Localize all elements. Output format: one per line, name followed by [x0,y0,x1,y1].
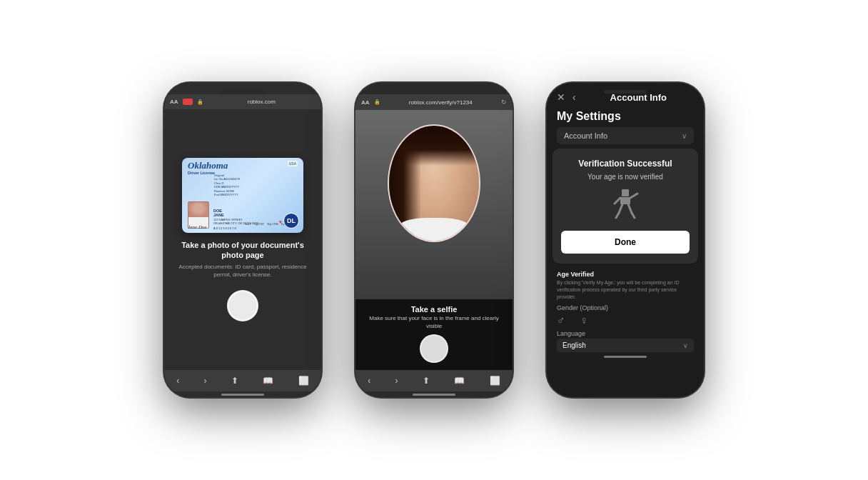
my-settings-heading: My Settings [547,107,704,127]
phone1-screen: AA 🔒 roblox.com Oklahoma Driver License … [164,83,321,397]
bottom-nav-2: ‹ › ⬆ 📖 ⬜ [355,370,513,391]
browser-bar-1: AA 🔒 roblox.com [164,94,321,109]
nav-back-1[interactable]: ‹ [172,374,183,387]
id-face [188,202,208,218]
selfie-camera-area [355,110,513,299]
phone2-screen: AA 🔒 roblox.com/verify/v?1234 ↻ [355,83,513,397]
language-chevron-icon: ∨ [683,342,688,349]
language-value: English [562,341,586,349]
svg-line-7 [632,213,635,218]
nav-back-2[interactable]: ‹ [363,374,375,387]
language-dropdown[interactable]: English ∨ [557,339,694,352]
record-icon-1 [183,99,193,105]
browser-url-2[interactable]: roblox.com/verify/v?1234 [385,99,497,106]
phone3-screen: ✕ ‹ Account Info My Settings Account Inf… [547,83,704,397]
age-verified-label: Age Verified [557,271,694,278]
home-indicator-3 [604,356,647,358]
doc-title: Take a photo of your document's photo pa… [171,240,314,261]
browser-aa-1: AA [170,99,178,105]
dropdown-chevron-icon: ∨ [682,132,687,140]
face-inner [389,126,479,241]
age-verified-description: By clicking 'Verify My Age,' you will be… [557,279,694,300]
close-button[interactable]: ✕ [557,91,565,103]
nav-share-1[interactable]: ⬆ [227,374,243,387]
browser-bar-2: AA 🔒 roblox.com/verify/v?1234 ↻ [355,94,513,110]
lock-icon-1: 🔒 [197,99,203,105]
shirt [398,218,470,241]
nav-book-1[interactable]: 📖 [258,374,278,387]
svg-rect-1 [620,197,630,204]
bottom-nav-1: ‹ › ⬆ 📖 ⬜ [164,370,321,391]
dl-badge: DL [283,213,299,229]
gender-male-icon[interactable]: ♂ [557,314,565,327]
selfie-title: Take a selfie [364,305,504,314]
svg-line-3 [630,194,637,198]
gender-label: Gender (Optional) [557,304,694,311]
svg-line-5 [616,213,619,218]
signature: Jane Doe [188,224,207,230]
selfie-instructions: Take a selfie Make sure that your face i… [355,299,513,370]
document-instructions: Take a photo of your document's photo pa… [171,240,314,279]
nav-share-2[interactable]: ⬆ [418,374,434,387]
back-button[interactable]: ‹ [572,91,576,103]
svg-line-4 [619,204,622,213]
browser-aa-2: AA [361,99,370,106]
scene: AA 🔒 roblox.com Oklahoma Driver License … [0,0,868,480]
verification-popup: Verification Successful Your age is now … [552,149,698,264]
doc-subtitle: Accepted documents: ID card, passport, r… [171,263,314,279]
dropdown-label: Account Info [564,131,607,140]
phone-account-info: ✕ ‹ Account Info My Settings Account Inf… [547,83,704,397]
phone-document-scan: AA 🔒 roblox.com Oklahoma Driver License … [164,83,321,397]
capture-button-1[interactable] [227,290,258,321]
state-name: Oklahoma [188,161,228,170]
nav-forward-2[interactable]: › [391,374,403,387]
reload-icon[interactable]: ↻ [501,99,507,106]
nav-tabs-2[interactable]: ⬜ [485,374,505,387]
phone-selfie: AA 🔒 roblox.com/verify/v?1234 ↻ [355,83,513,397]
language-section: Language English ∨ [547,329,704,354]
nav-tabs-1[interactable]: ⬜ [294,374,313,387]
capture-button-2[interactable] [420,334,448,363]
usa-badge: USA [288,161,298,166]
svg-line-6 [628,204,632,213]
verification-subtitle: Your age is now verified [561,173,690,181]
gender-section: Gender (Optional) ♂ ♀ [547,301,704,329]
account-info-dropdown[interactable]: Account Info ∨ [557,127,694,144]
svg-rect-0 [622,189,629,196]
selfie-subtitle: Make sure that your face is in the frame… [364,315,504,330]
account-header: ✕ ‹ Account Info [547,83,704,107]
gender-icons: ♂ ♀ [557,314,694,327]
face-oval [388,124,480,242]
svg-line-2 [615,198,620,204]
home-indicator-2 [413,394,455,396]
lock-icon-2: 🔒 [374,99,380,105]
id-card-header: Oklahoma Driver License USA [188,161,298,175]
age-verified-section: Age Verified By clicking 'Verify My Age,… [547,268,704,301]
language-label: Language [557,330,694,337]
browser-url-1[interactable]: roblox.com [208,99,316,105]
done-button[interactable]: Done [561,231,690,254]
home-indicator-1 [221,394,264,396]
roblox-mascot [607,188,643,224]
id-card: Oklahoma Driver License USA Original Lic… [182,158,303,233]
heart-icon: ♥ [279,219,282,224]
nav-forward-1[interactable]: › [200,374,211,387]
verification-title: Verification Successful [561,159,690,169]
camera-area: Oklahoma Driver License USA Original Lic… [164,109,321,370]
gender-female-icon[interactable]: ♀ [580,314,588,327]
account-info-title: Account Info [583,92,694,103]
nav-book-2[interactable]: 📖 [450,374,469,387]
